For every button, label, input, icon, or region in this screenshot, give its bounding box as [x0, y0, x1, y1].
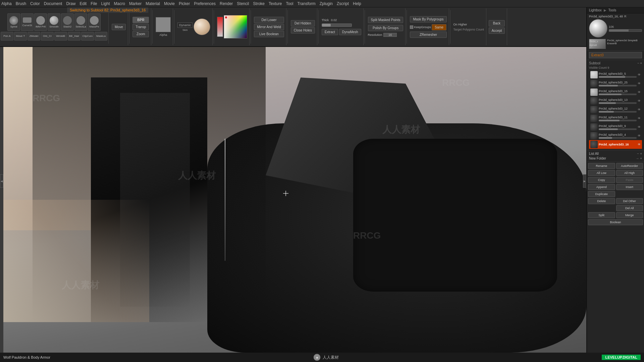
eye-icon-9[interactable]: 👁 — [638, 125, 641, 129]
move-t-btn[interactable]: Move T — [14, 32, 27, 41]
zmodel-btn[interactable]: ZModel — [28, 32, 40, 41]
insert-btn[interactable]: Insert — [616, 184, 643, 190]
all-low-btn[interactable]: All Low — [588, 170, 615, 176]
menu-light[interactable]: Light — [101, 1, 110, 6]
paste-btn[interactable]: Paste — [616, 177, 643, 183]
menu-stencil[interactable]: Stencil — [237, 1, 249, 6]
color-picker-gradient[interactable] — [224, 15, 247, 39]
resolution-value[interactable]: 16 — [383, 33, 397, 37]
duplicate-btn[interactable]: Duplicate — [588, 191, 615, 197]
mirror-weld-btn[interactable]: Mirror And Weld — [254, 24, 284, 30]
wrinkle-btn[interactable]: WrinklE — [54, 32, 67, 41]
subtool-item-11[interactable]: Pm3d_sphere3d3_11 👁 — [589, 114, 642, 123]
subtool-item-12[interactable]: Pm3d_sphere3d3_12 👁 — [589, 105, 642, 114]
subtool-item-15[interactable]: Pm3d_sphere3d3_15 👁 — [589, 88, 642, 97]
eye-icon-12[interactable]: 👁 — [638, 108, 641, 111]
skin-sphere[interactable] — [194, 18, 210, 35]
boolean-btn[interactable]: Boolean — [588, 219, 643, 225]
merge-btn[interactable]: Merge — [616, 212, 643, 218]
alpha-preview[interactable] — [156, 17, 171, 32]
split-btn[interactable]: Split — [588, 212, 615, 218]
menu-brush[interactable]: Brush — [16, 1, 26, 6]
same-btn[interactable]: Same — [432, 24, 446, 31]
menu-texture[interactable]: Texture — [269, 1, 282, 6]
left-panel-toggle[interactable]: ◄ — [0, 174, 3, 188]
menu-alpha[interactable]: Alpha — [1, 1, 12, 6]
subtool-item-4[interactable]: Pm3d_sphere3d3_4 👁 — [589, 131, 642, 140]
menu-stroke[interactable]: Stroke — [253, 1, 265, 6]
del-lower-btn[interactable]: Del Lower — [254, 17, 284, 23]
menu-material[interactable]: Material — [146, 1, 160, 6]
zoom-btn[interactable]: Zoom — [132, 31, 149, 37]
bpr-btn[interactable]: BPR — [132, 17, 149, 23]
brush-masspe[interactable]: MassPe — [88, 13, 101, 31]
del-other-btn[interactable]: Del Other — [616, 198, 643, 204]
transp-btn[interactable]: Transp — [132, 24, 149, 30]
st-slider-9[interactable] — [599, 128, 637, 130]
dynamic-btn[interactable]: Dynamic — [177, 22, 193, 28]
brush-selectla[interactable]: SelectLa — [74, 13, 87, 31]
close-holes-btn[interactable]: Close Holes — [291, 27, 315, 34]
pen-a-btn[interactable]: Pen A — [1, 32, 13, 41]
eye-icon-5[interactable]: 👁 — [638, 73, 641, 76]
menu-render[interactable]: Render — [220, 1, 233, 6]
st-slider-25[interactable] — [599, 85, 637, 86]
polish-by-groups-btn[interactable]: Polish By Groups — [368, 25, 404, 31]
subtool-item-25[interactable]: Pm3d_sphere3d3_25 👁 — [589, 79, 642, 88]
accept-btn[interactable]: Accept — [489, 27, 505, 34]
menu-zplugin[interactable]: Zplugin — [320, 1, 333, 6]
color-swatch[interactable] — [217, 17, 223, 37]
menu-tool[interactable]: Tool — [286, 1, 293, 6]
menu-file[interactable]: File — [91, 1, 97, 6]
st-slider-11[interactable] — [599, 120, 637, 121]
zremesher-btn[interactable]: ZRemesher — [410, 32, 446, 38]
eye-icon-16[interactable]: 👁 — [638, 143, 641, 146]
append-btn[interactable]: Append — [588, 184, 615, 190]
lightbox-label[interactable]: Lightbox — [589, 8, 602, 12]
eye-icon-15[interactable]: 👁 — [638, 90, 641, 94]
new-folder-btn[interactable]: New Folder — [589, 157, 606, 160]
menu-document[interactable]: Document — [44, 1, 62, 6]
brush-imm[interactable]: IMM Pr6 — [34, 13, 47, 31]
tool-slider-1[interactable] — [609, 29, 642, 32]
menu-macro[interactable]: Macro — [114, 1, 125, 6]
copy-btn[interactable]: Copy — [588, 177, 615, 183]
subtool-item-9[interactable]: Pm3d_sphere3d3_9 👁 — [589, 123, 642, 131]
menu-help[interactable]: Help — [353, 1, 361, 6]
menu-zscript[interactable]: Zscript — [337, 1, 349, 6]
new-folder-minus[interactable]: → — [636, 157, 639, 160]
be-hair-btn[interactable]: BE_Hair — [68, 32, 80, 41]
tool-sphere-preview[interactable] — [589, 19, 607, 38]
menu-color[interactable]: Color — [30, 1, 40, 6]
del-all-btn[interactable]: Del All — [616, 205, 643, 211]
rename-btn[interactable]: Rename — [588, 163, 615, 169]
menu-preferences[interactable]: Preferences — [194, 1, 216, 6]
move-btn[interactable]: Move — [112, 24, 126, 30]
split-masked-btn[interactable]: Split Masked Points — [368, 17, 404, 23]
orb-btn[interactable]: Orb_Cr — [41, 32, 54, 41]
del-hidden-btn[interactable]: Del Hidden — [291, 20, 315, 26]
clip-curv-btn[interactable]: ClipCurv — [81, 32, 94, 41]
st-slider-4[interactable] — [599, 137, 637, 139]
delete-btn[interactable]: Delete — [588, 198, 615, 204]
st-slider-15[interactable] — [599, 94, 637, 95]
dynamesh-btn[interactable]: DynaMesh — [339, 29, 361, 35]
menu-transform[interactable]: Transform — [297, 1, 315, 6]
viewport[interactable]: RRCG 人人素材 RRCG 人人素材 人人素材 RRCG — [3, 47, 586, 353]
menu-picker[interactable]: Picker — [179, 1, 190, 6]
right-panel-toggle[interactable]: ► — [583, 174, 586, 188]
eye-icon-11[interactable]: 👁 — [638, 117, 641, 120]
brush-spiral[interactable]: Spiral — [7, 13, 20, 31]
extract3-btn[interactable]: Extract3 — [589, 52, 642, 58]
auto-reorder-btn[interactable]: AutoReorder — [616, 163, 643, 169]
eye-icon-4[interactable]: 👁 — [638, 134, 641, 137]
eye-icon-25[interactable]: 👁 — [638, 82, 641, 85]
new-folder-plus[interactable]: + — [640, 157, 642, 160]
mask-polygroups-btn[interactable]: Mask By Polygroups — [410, 16, 446, 22]
list-all-btn[interactable]: List All — [589, 152, 599, 156]
st-slider-5[interactable] — [599, 76, 637, 78]
subtool-plus-btn[interactable]: + — [640, 61, 642, 65]
menu-edit[interactable]: Edit — [79, 1, 87, 6]
back-btn[interactable]: Back — [489, 20, 505, 26]
alpha-preview-thumb[interactable]: Pm3d_s AlphaB — [589, 39, 606, 49]
